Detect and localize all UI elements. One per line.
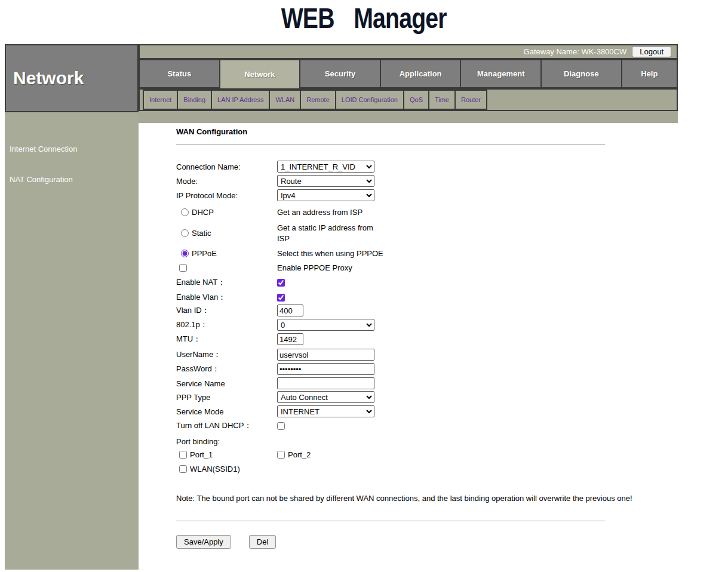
subtab-remote[interactable]: Remote: [300, 90, 336, 110]
wan-configuration-panel: WAN Configuration Connection Name: 1_INT…: [176, 127, 668, 549]
form-title: WAN Configuration: [176, 127, 668, 136]
service-name-row: Service Name: [176, 377, 668, 389]
connection-name-select[interactable]: 1_INTERNET_R_VID: [277, 161, 374, 173]
connection-name-row: Connection Name: 1_INTERNET_R_VID: [176, 161, 668, 173]
mtu-row: MTU：: [176, 333, 668, 345]
subtab-qos[interactable]: QoS: [403, 90, 429, 110]
password-input[interactable]: [277, 363, 374, 375]
port-binding-label: Port binding:: [176, 437, 277, 446]
tab-application[interactable]: Application: [381, 60, 462, 87]
section-title-box: Network: [5, 44, 139, 112]
vlan-id-input[interactable]: [277, 305, 303, 316]
username-input[interactable]: [277, 349, 374, 361]
dhcp-row: DHCP Get an address from ISP: [176, 206, 668, 218]
subtab-lan-ip-address[interactable]: LAN IP Address: [211, 90, 270, 110]
header-bottom-band: [139, 111, 678, 123]
pppoe-row: PPPoE Select this when using PPPOE: [176, 247, 668, 259]
static-label: Static: [192, 229, 211, 238]
enable-vlan-checkbox[interactable]: [277, 294, 285, 302]
dot1p-label: 802.1p：: [176, 319, 277, 330]
port-2-checkbox[interactable]: [277, 451, 285, 459]
vlan-id-row: Vlan ID：: [176, 305, 668, 316]
subtab-binding[interactable]: Binding: [177, 90, 212, 110]
section-title: Network: [6, 45, 137, 88]
pppoe-proxy-row: Enable PPPOE Proxy: [176, 262, 668, 273]
subtab-internet[interactable]: Internet: [143, 90, 178, 110]
dhcp-radio[interactable]: [181, 208, 189, 216]
port-checkboxes-row: Port_1 Port_2: [176, 450, 668, 459]
mtu-input[interactable]: [277, 333, 303, 345]
service-name-label: Service Name: [176, 379, 277, 388]
save-apply-button[interactable]: Save/Apply: [176, 535, 231, 549]
logout-button[interactable]: Logout: [632, 46, 671, 57]
enable-nat-label: Enable NAT：: [176, 277, 277, 288]
subtab-time[interactable]: Time: [428, 90, 456, 110]
static-desc: Get a static IP address from ISP: [277, 223, 380, 244]
divider-top: [176, 144, 605, 145]
sidebar-item-internet-connection[interactable]: Internet Connection: [10, 144, 77, 153]
sidebar-item-nat-configuration[interactable]: NAT Configuration: [10, 175, 73, 184]
page-title: WEB Manager: [281, 1, 447, 35]
password-label: PassWord：: [176, 364, 277, 374]
mode-row: Mode: Route: [176, 175, 668, 187]
username-label: UserName：: [176, 349, 277, 360]
static-radio[interactable]: [181, 229, 189, 237]
main-nav-tabs: Status Network Security Application Mana…: [139, 59, 678, 88]
page-header: WEB Manager: [0, 1, 728, 35]
enable-nat-row: Enable NAT：: [176, 276, 668, 288]
tab-security[interactable]: Security: [300, 60, 381, 87]
enable-vlan-row: Enable Vlan：: [176, 291, 668, 303]
tab-help[interactable]: Help: [622, 60, 677, 87]
tab-network[interactable]: Network: [220, 60, 301, 88]
divider-bottom: [176, 521, 605, 521]
pppoe-label: PPPoE: [192, 249, 217, 258]
subtab-loid-configuration[interactable]: LOID Configuration: [335, 90, 404, 110]
ip-protocol-mode-select[interactable]: Ipv4: [277, 189, 374, 201]
sub-nav-tabs: Internet Binding LAN IP Address WLAN Rem…: [139, 88, 678, 111]
username-row: UserName：: [176, 349, 668, 361]
tab-diagnose[interactable]: Diagnose: [542, 60, 622, 87]
tab-management[interactable]: Management: [461, 60, 542, 87]
ip-protocol-mode-label: IP Protocol Mode:: [176, 191, 277, 200]
service-mode-select[interactable]: INTERNET: [277, 405, 374, 417]
pppoe-proxy-desc: Enable PPPOE Proxy: [277, 263, 352, 272]
del-button[interactable]: Del: [249, 535, 277, 549]
enable-nat-checkbox[interactable]: [277, 279, 285, 287]
ppp-type-select[interactable]: Auto Connect: [277, 391, 374, 403]
pppoe-desc: Select this when using PPPOE: [277, 249, 383, 258]
dot1p-select[interactable]: 0: [277, 319, 374, 331]
subtab-wlan[interactable]: WLAN: [269, 90, 301, 110]
wlan-ssid1-checkbox[interactable]: [179, 465, 187, 473]
pppoe-radio[interactable]: [181, 250, 189, 257]
action-buttons: Save/Apply Del: [176, 535, 668, 549]
turn-off-lan-dhcp-checkbox[interactable]: [277, 422, 285, 430]
subtab-router[interactable]: Router: [454, 90, 487, 110]
service-mode-label: Service Mode: [176, 407, 277, 416]
dot1p-row: 802.1p： 0: [176, 319, 668, 331]
connection-name-label: Connection Name:: [176, 162, 277, 171]
mode-select[interactable]: Route: [277, 175, 374, 187]
port-binding-row: Port binding:: [176, 436, 668, 446]
wlan-ssid1-label: WLAN(SSID1): [190, 465, 240, 473]
port-1-checkbox[interactable]: [179, 451, 187, 459]
gateway-bar: Gateway Name: WK-3800CW Logout: [139, 44, 678, 59]
wlan-ssid1-row: WLAN(SSID1): [176, 464, 668, 473]
mode-label: Mode:: [176, 177, 277, 186]
ppp-type-label: PPP Type: [176, 393, 277, 402]
turn-off-lan-dhcp-label: Turn off LAN DHCP：: [176, 420, 277, 431]
mtu-label: MTU：: [176, 334, 277, 345]
tab-status[interactable]: Status: [140, 60, 220, 87]
service-name-input[interactable]: [277, 377, 374, 389]
ppp-type-row: PPP Type Auto Connect: [176, 391, 668, 403]
ip-protocol-mode-row: IP Protocol Mode: Ipv4: [176, 189, 668, 201]
sidebar: Internet Connection NAT Configuration: [5, 112, 139, 570]
password-row: PassWord：: [176, 363, 668, 375]
pppoe-proxy-checkbox[interactable]: [179, 264, 187, 272]
enable-vlan-label: Enable Vlan：: [176, 292, 277, 303]
port-2-label: Port_2: [288, 450, 311, 459]
vlan-id-label: Vlan ID：: [176, 305, 277, 316]
dhcp-label: DHCP: [192, 208, 214, 217]
binding-note: Note: The bound port can not be shared b…: [176, 494, 654, 504]
service-mode-row: Service Mode INTERNET: [176, 405, 668, 417]
gateway-name-label: Gateway Name: WK-3800CW: [524, 47, 627, 56]
